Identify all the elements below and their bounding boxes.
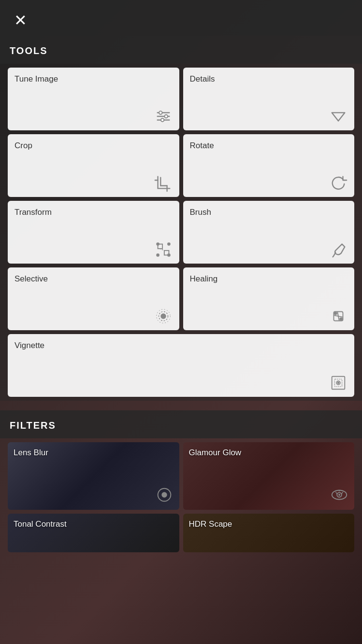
svg-point-32 — [338, 494, 340, 496]
crop-label: Crop — [14, 141, 173, 151]
svg-point-3 — [159, 111, 162, 114]
glamour-glow-label: Glamour Glow — [189, 448, 349, 458]
svg-point-16 — [161, 314, 166, 319]
tool-vignette[interactable]: Vignette — [8, 334, 354, 397]
crop-icon — [14, 174, 173, 192]
filters-grid: Lens Blur Glamour Glow — [0, 438, 362, 556]
tool-crop[interactable]: Crop — [8, 134, 179, 197]
tools-section-title: TOOLS — [0, 36, 362, 64]
filter-hdr-scape[interactable]: HDR Scape — [183, 514, 355, 552]
healing-icon — [190, 307, 348, 325]
svg-point-27 — [338, 382, 339, 384]
rotate-label: Rotate — [190, 141, 348, 151]
filters-section-title: FILTERS — [0, 410, 362, 438]
tool-rotate[interactable]: Rotate — [183, 134, 355, 197]
svg-marker-6 — [332, 112, 345, 121]
transform-label: Transform — [14, 208, 173, 217]
svg-point-23 — [340, 318, 342, 320]
svg-point-13 — [157, 254, 159, 256]
svg-point-11 — [157, 243, 159, 245]
close-button[interactable]: ✕ — [10, 10, 31, 31]
glamour-glow-icon — [189, 486, 349, 504]
hdr-scape-label: HDR Scape — [189, 519, 349, 529]
tool-healing[interactable]: Healing — [183, 267, 355, 330]
vignette-icon — [14, 374, 348, 392]
brush-label: Brush — [190, 208, 348, 217]
brush-icon — [190, 240, 348, 259]
tool-selective[interactable]: Selective — [8, 267, 179, 330]
tools-title-text: TOOLS — [10, 45, 48, 56]
healing-label: Healing — [190, 274, 348, 284]
header: ✕ — [0, 0, 362, 36]
lens-blur-icon — [14, 486, 174, 504]
selective-icon — [14, 307, 173, 325]
details-label: Details — [190, 74, 348, 84]
rotate-icon — [190, 174, 348, 192]
filter-glamour-glow[interactable]: Glamour Glow — [183, 442, 355, 510]
tool-tune-image[interactable]: Tune Image — [8, 68, 179, 130]
transform-icon — [14, 240, 173, 259]
filters-title-text: FILTERS — [10, 420, 56, 431]
filter-lens-blur[interactable]: Lens Blur — [8, 442, 179, 510]
svg-point-14 — [168, 254, 170, 256]
vignette-label: Vignette — [14, 341, 348, 350]
svg-point-29 — [161, 492, 167, 497]
tonal-contrast-label: Tonal Contrast — [14, 519, 174, 529]
tool-transform[interactable]: Transform — [8, 201, 179, 264]
svg-point-22 — [334, 312, 337, 315]
triangle-down-icon — [190, 107, 348, 126]
svg-point-12 — [168, 243, 170, 245]
tool-brush[interactable]: Brush — [183, 201, 355, 264]
selective-label: Selective — [14, 274, 173, 284]
svg-point-5 — [160, 118, 164, 122]
sliders-icon — [14, 107, 173, 126]
lens-blur-label: Lens Blur — [14, 448, 174, 458]
filters-section: FILTERS Lens Blur Glamour Glow — [0, 410, 362, 556]
filter-tonal-contrast[interactable]: Tonal Contrast — [8, 514, 179, 552]
tool-details[interactable]: Details — [183, 68, 355, 130]
tune-image-label: Tune Image — [14, 74, 173, 84]
svg-point-4 — [164, 115, 168, 118]
tools-grid: Tune Image Details — [0, 64, 362, 334]
close-icon: ✕ — [14, 11, 27, 29]
vignette-row: Vignette — [0, 334, 362, 401]
